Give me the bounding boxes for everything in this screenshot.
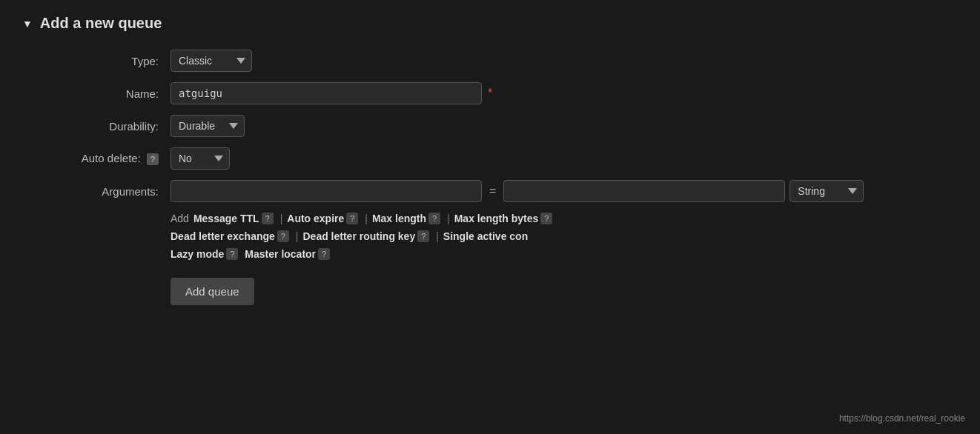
arg-val-input[interactable] bbox=[503, 180, 785, 202]
auto-delete-label: Auto delete: ? bbox=[22, 152, 170, 165]
arg-key-input[interactable] bbox=[170, 180, 482, 202]
hint-max-length-bytes[interactable]: Max length bytes bbox=[454, 213, 539, 224]
hints-row-2: Dead letter exchange ? | Dead letter rou… bbox=[170, 230, 958, 242]
arguments-inputs: = String Number Boolean bbox=[170, 180, 864, 202]
max-length-help-icon[interactable]: ? bbox=[428, 213, 440, 224]
name-row: Name: * bbox=[22, 82, 958, 104]
name-label: Name: bbox=[22, 87, 170, 100]
dead-letter-exchange-help-icon[interactable]: ? bbox=[277, 230, 289, 242]
sep-2: | bbox=[365, 213, 368, 224]
hint-single-active-con[interactable]: Single active con bbox=[443, 230, 528, 242]
hint-max-length[interactable]: Max length bbox=[372, 213, 426, 224]
page-container: ▼ Add a new queue Type: Classic Quorum N… bbox=[0, 0, 980, 434]
type-select[interactable]: Classic Quorum bbox=[170, 50, 252, 72]
sep-5: | bbox=[436, 230, 439, 242]
sep-1: | bbox=[280, 213, 283, 224]
durability-row: Durability: Durable Transient bbox=[22, 115, 958, 137]
hint-dead-letter-routing-key[interactable]: Dead letter routing key bbox=[302, 230, 415, 242]
arg-eq: = bbox=[486, 184, 499, 198]
message-ttl-help-icon[interactable]: ? bbox=[262, 213, 274, 224]
auto-delete-select[interactable]: No Yes bbox=[170, 147, 230, 170]
dead-letter-routing-key-help-icon[interactable]: ? bbox=[417, 230, 429, 242]
durability-select[interactable]: Durable Transient bbox=[170, 115, 245, 137]
type-label: Type: bbox=[22, 55, 170, 67]
max-length-bytes-help-icon[interactable]: ? bbox=[540, 213, 552, 224]
add-queue-button[interactable]: Add queue bbox=[170, 278, 254, 305]
lazy-mode-help-icon[interactable]: ? bbox=[226, 248, 238, 260]
sep-4: | bbox=[296, 230, 299, 242]
arguments-row: Arguments: = String Number Boolean bbox=[22, 180, 958, 202]
section-header: ▼ Add a new queue bbox=[22, 15, 958, 32]
collapse-arrow-icon[interactable]: ▼ bbox=[22, 18, 33, 30]
arguments-label: Arguments: bbox=[22, 185, 170, 198]
hints-row-3: Lazy mode ? Master locator ? bbox=[170, 248, 958, 260]
master-locator-help-icon[interactable]: ? bbox=[318, 248, 330, 260]
section-title: Add a new queue bbox=[40, 15, 162, 32]
arg-type-select[interactable]: String Number Boolean bbox=[789, 180, 864, 202]
footer-link: https://blog.csdn.net/real_rookie bbox=[839, 413, 965, 424]
hint-message-ttl[interactable]: Message TTL bbox=[193, 213, 259, 224]
arguments-hints: Add Message TTL ? | Auto expire ? | Max … bbox=[170, 213, 958, 260]
hint-dead-letter-exchange[interactable]: Dead letter exchange bbox=[170, 230, 275, 242]
hint-master-locator[interactable]: Master locator bbox=[245, 248, 316, 260]
auto-expire-help-icon[interactable]: ? bbox=[346, 213, 358, 224]
hint-auto-expire[interactable]: Auto expire bbox=[287, 213, 344, 224]
hints-row-1: Add Message TTL ? | Auto expire ? | Max … bbox=[170, 213, 958, 224]
required-star: * bbox=[488, 87, 492, 100]
auto-delete-row: Auto delete: ? No Yes bbox=[22, 147, 958, 170]
type-row: Type: Classic Quorum bbox=[22, 50, 958, 72]
hint-lazy-mode[interactable]: Lazy mode bbox=[170, 248, 224, 260]
sep-3: | bbox=[447, 213, 450, 224]
durability-label: Durability: bbox=[22, 120, 170, 133]
auto-delete-help-icon[interactable]: ? bbox=[147, 153, 159, 165]
add-label: Add bbox=[170, 213, 189, 224]
name-input[interactable] bbox=[170, 82, 482, 104]
